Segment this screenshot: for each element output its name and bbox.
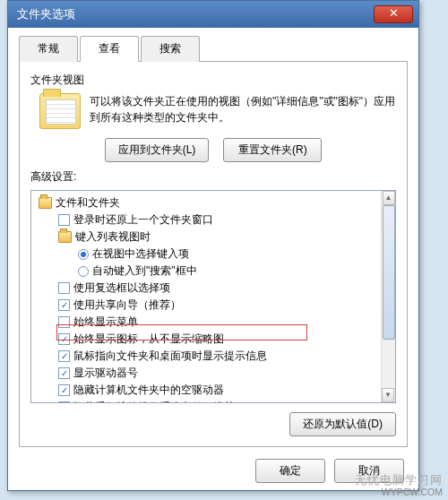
- tree-item[interactable]: 隐藏受保护的操作系统文件（推荐）: [35, 399, 392, 403]
- apply-to-folders-button[interactable]: 应用到文件夹(L): [105, 138, 210, 162]
- tree-item[interactable]: 自动键入到"搜索"框中: [35, 263, 392, 280]
- radio-icon[interactable]: [78, 249, 89, 260]
- tab-general[interactable]: 常规: [19, 36, 78, 62]
- tree-item[interactable]: 鼠标指向文件夹和桌面项时显示提示信息: [35, 348, 392, 365]
- tab-panel-view: 文件夹视图 可以将该文件夹正在使用的视图（例如"详细信息"或"图标"）应用到所有…: [19, 62, 408, 447]
- checkbox-icon[interactable]: [58, 299, 70, 311]
- content-area: 常规 查看 搜索 文件夹视图 可以将该文件夹正在使用的视图（例如"详细信息"或"…: [8, 28, 418, 454]
- tree-item[interactable]: 使用共享向导（推荐）: [35, 297, 392, 314]
- tab-view[interactable]: 查看: [80, 36, 139, 62]
- scroll-thumb[interactable]: [383, 205, 395, 340]
- checkbox-icon[interactable]: [58, 214, 70, 226]
- advanced-settings-tree[interactable]: 文件和文件夹 登录时还原上一个文件夹窗口 键入列表视图时 在视图中选择键入项 自…: [30, 190, 396, 403]
- tree-item[interactable]: 使用复选框以选择项: [35, 280, 392, 297]
- scroll-down-button[interactable]: ▼: [382, 388, 394, 402]
- scrollbar[interactable]: ▲ ▼: [381, 191, 395, 402]
- titlebar: 文件夹选项 ✕: [8, 1, 418, 28]
- section-advanced: 高级设置:: [30, 169, 396, 185]
- tree-item[interactable]: 登录时还原上一个文件夹窗口: [35, 211, 392, 228]
- folder-icon: [39, 197, 52, 209]
- tree-item[interactable]: 在视图中选择键入项: [35, 246, 392, 263]
- scroll-up-button[interactable]: ▲: [383, 191, 395, 205]
- dialog-buttons: 确定 取消: [255, 459, 404, 483]
- tree-group-files-folders: 文件和文件夹: [35, 194, 392, 211]
- tab-strip: 常规 查看 搜索: [19, 35, 408, 62]
- dialog-window: 文件夹选项 ✕ 常规 查看 搜索 文件夹视图 可以将该文件夹正在使用的视图（例如…: [7, 0, 419, 491]
- checkbox-icon[interactable]: [58, 401, 70, 403]
- folder-views-description: 可以将该文件夹正在使用的视图（例如"详细信息"或"图标"）应用到所有这种类型的文…: [90, 93, 396, 125]
- section-folder-views: 文件夹视图: [30, 73, 396, 88]
- tree-item-show-icons-never-thumbnails[interactable]: 始终显示图标，从不显示缩略图: [35, 331, 392, 348]
- checkbox-icon[interactable]: [58, 367, 70, 379]
- folder-icon: [58, 231, 72, 243]
- radio-icon[interactable]: [78, 266, 89, 277]
- folder-icon: [39, 93, 81, 129]
- checkbox-icon[interactable]: [58, 384, 70, 396]
- tree-item[interactable]: 显示驱动器号: [35, 365, 392, 382]
- checkbox-icon[interactable]: [58, 282, 70, 294]
- checkbox-icon[interactable]: [58, 350, 70, 362]
- ok-button[interactable]: 确定: [255, 459, 325, 483]
- restore-defaults-button[interactable]: 还原为默认值(D): [289, 412, 396, 436]
- tree-group-typing: 键入列表视图时: [35, 228, 392, 246]
- tree-item[interactable]: 始终显示菜单: [35, 314, 392, 331]
- window-title: 文件夹选项: [13, 6, 374, 22]
- checkbox-icon[interactable]: [58, 316, 70, 328]
- close-button[interactable]: ✕: [374, 5, 413, 23]
- tree-item[interactable]: 隐藏计算机文件夹中的空驱动器: [35, 382, 392, 399]
- reset-folders-button[interactable]: 重置文件夹(R): [223, 138, 322, 162]
- checkbox-icon[interactable]: [58, 333, 70, 345]
- cancel-button[interactable]: 取消: [334, 459, 404, 483]
- tab-search[interactable]: 搜索: [141, 36, 200, 62]
